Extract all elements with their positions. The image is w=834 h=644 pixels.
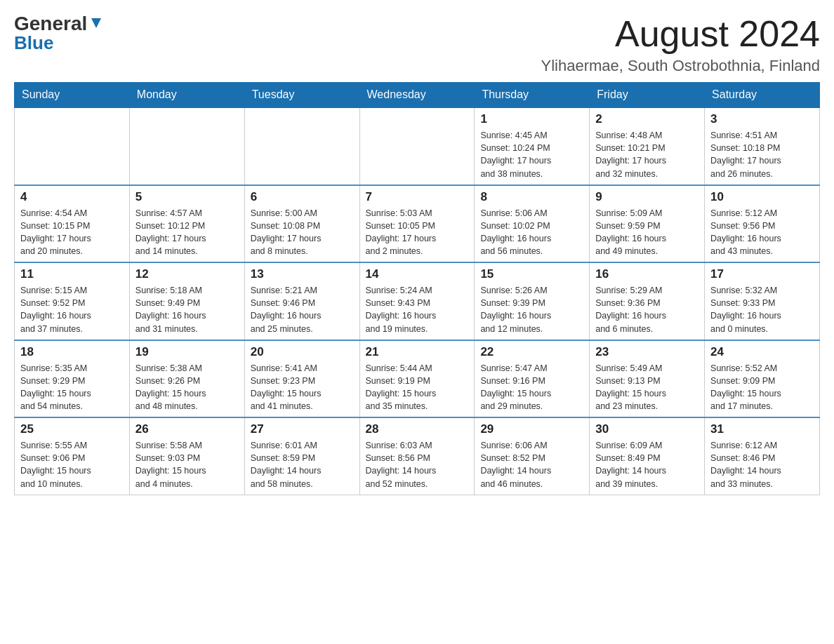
- day-info: Sunrise: 4:54 AM Sunset: 10:15 PM Daylig…: [20, 207, 124, 258]
- calendar-cell: 16Sunrise: 5:29 AM Sunset: 9:36 PM Dayli…: [590, 262, 705, 340]
- day-number: 2: [595, 112, 699, 126]
- calendar-cell: 9Sunrise: 5:09 AM Sunset: 9:59 PM Daylig…: [590, 185, 705, 263]
- calendar-cell: 8Sunrise: 5:06 AM Sunset: 10:02 PM Dayli…: [475, 185, 590, 263]
- day-info: Sunrise: 5:12 AM Sunset: 9:56 PM Dayligh…: [710, 207, 814, 258]
- calendar-cell: 28Sunrise: 6:03 AM Sunset: 8:56 PM Dayli…: [359, 417, 475, 495]
- day-header-friday: Friday: [590, 83, 705, 108]
- day-header-wednesday: Wednesday: [359, 83, 475, 108]
- day-info: Sunrise: 5:29 AM Sunset: 9:36 PM Dayligh…: [595, 284, 699, 335]
- day-number: 22: [480, 345, 583, 359]
- day-info: Sunrise: 5:24 AM Sunset: 9:43 PM Dayligh…: [366, 284, 469, 335]
- day-number: 1: [480, 112, 583, 126]
- calendar-cell: 27Sunrise: 6:01 AM Sunset: 8:59 PM Dayli…: [244, 417, 359, 495]
- day-info: Sunrise: 5:55 AM Sunset: 9:06 PM Dayligh…: [20, 439, 124, 490]
- calendar-cell: 24Sunrise: 5:52 AM Sunset: 9:09 PM Dayli…: [705, 340, 820, 418]
- day-info: Sunrise: 6:01 AM Sunset: 8:59 PM Dayligh…: [251, 439, 354, 490]
- calendar-cell: 19Sunrise: 5:38 AM Sunset: 9:26 PM Dayli…: [129, 340, 244, 418]
- day-number: 30: [595, 422, 699, 436]
- day-number: 8: [480, 190, 583, 204]
- calendar-cell: 25Sunrise: 5:55 AM Sunset: 9:06 PM Dayli…: [15, 417, 130, 495]
- day-info: Sunrise: 5:58 AM Sunset: 9:03 PM Dayligh…: [135, 439, 239, 490]
- day-info: Sunrise: 6:12 AM Sunset: 8:46 PM Dayligh…: [710, 439, 814, 490]
- day-info: Sunrise: 5:38 AM Sunset: 9:26 PM Dayligh…: [135, 362, 239, 413]
- calendar-week-row: 18Sunrise: 5:35 AM Sunset: 9:29 PM Dayli…: [15, 340, 820, 418]
- day-header-sunday: Sunday: [15, 83, 130, 108]
- day-info: Sunrise: 4:51 AM Sunset: 10:18 PM Daylig…: [710, 129, 814, 180]
- day-number: 24: [710, 345, 814, 359]
- day-info: Sunrise: 5:03 AM Sunset: 10:05 PM Daylig…: [366, 207, 469, 258]
- day-info: Sunrise: 6:06 AM Sunset: 8:52 PM Dayligh…: [480, 439, 583, 490]
- day-info: Sunrise: 4:45 AM Sunset: 10:24 PM Daylig…: [480, 129, 583, 180]
- logo-triangle-icon: [88, 15, 104, 31]
- day-number: 5: [135, 190, 239, 204]
- calendar-cell: 3Sunrise: 4:51 AM Sunset: 10:18 PM Dayli…: [705, 107, 820, 185]
- calendar-cell: 11Sunrise: 5:15 AM Sunset: 9:52 PM Dayli…: [15, 262, 130, 340]
- day-info: Sunrise: 5:52 AM Sunset: 9:09 PM Dayligh…: [710, 362, 814, 413]
- logo-general: General: [14, 14, 87, 34]
- day-info: Sunrise: 5:32 AM Sunset: 9:33 PM Dayligh…: [710, 284, 814, 335]
- calendar-week-row: 25Sunrise: 5:55 AM Sunset: 9:06 PM Dayli…: [15, 417, 820, 495]
- day-number: 6: [251, 190, 354, 204]
- calendar-cell: 17Sunrise: 5:32 AM Sunset: 9:33 PM Dayli…: [705, 262, 820, 340]
- calendar-cell: [244, 107, 359, 185]
- day-number: 20: [251, 345, 354, 359]
- day-number: 3: [710, 112, 814, 126]
- calendar: SundayMondayTuesdayWednesdayThursdayFrid…: [14, 82, 820, 495]
- calendar-cell: 31Sunrise: 6:12 AM Sunset: 8:46 PM Dayli…: [705, 417, 820, 495]
- day-number: 29: [480, 422, 583, 436]
- header: General Blue August 2024 Ylihaermae, Sou…: [14, 14, 820, 75]
- calendar-cell: 5Sunrise: 4:57 AM Sunset: 10:12 PM Dayli…: [129, 185, 244, 263]
- calendar-cell: 10Sunrise: 5:12 AM Sunset: 9:56 PM Dayli…: [705, 185, 820, 263]
- calendar-cell: 2Sunrise: 4:48 AM Sunset: 10:21 PM Dayli…: [590, 107, 705, 185]
- day-info: Sunrise: 5:41 AM Sunset: 9:23 PM Dayligh…: [251, 362, 354, 413]
- calendar-cell: 18Sunrise: 5:35 AM Sunset: 9:29 PM Dayli…: [15, 340, 130, 418]
- calendar-cell: 29Sunrise: 6:06 AM Sunset: 8:52 PM Dayli…: [475, 417, 590, 495]
- calendar-cell: 14Sunrise: 5:24 AM Sunset: 9:43 PM Dayli…: [359, 262, 475, 340]
- calendar-cell: 26Sunrise: 5:58 AM Sunset: 9:03 PM Dayli…: [129, 417, 244, 495]
- day-info: Sunrise: 5:44 AM Sunset: 9:19 PM Dayligh…: [366, 362, 469, 413]
- day-number: 23: [595, 345, 699, 359]
- calendar-week-row: 4Sunrise: 4:54 AM Sunset: 10:15 PM Dayli…: [15, 185, 820, 263]
- day-number: 18: [20, 345, 124, 359]
- day-number: 31: [710, 422, 814, 436]
- day-info: Sunrise: 5:06 AM Sunset: 10:02 PM Daylig…: [480, 207, 583, 258]
- day-number: 25: [20, 422, 124, 436]
- calendar-cell: 7Sunrise: 5:03 AM Sunset: 10:05 PM Dayli…: [359, 185, 475, 263]
- day-info: Sunrise: 5:00 AM Sunset: 10:08 PM Daylig…: [251, 207, 354, 258]
- day-info: Sunrise: 5:35 AM Sunset: 9:29 PM Dayligh…: [20, 362, 124, 413]
- calendar-week-row: 1Sunrise: 4:45 AM Sunset: 10:24 PM Dayli…: [15, 107, 820, 185]
- day-number: 21: [366, 345, 469, 359]
- calendar-cell: 21Sunrise: 5:44 AM Sunset: 9:19 PM Dayli…: [359, 340, 475, 418]
- day-info: Sunrise: 5:47 AM Sunset: 9:16 PM Dayligh…: [480, 362, 583, 413]
- calendar-cell: 20Sunrise: 5:41 AM Sunset: 9:23 PM Dayli…: [244, 340, 359, 418]
- calendar-cell: [359, 107, 475, 185]
- day-info: Sunrise: 6:03 AM Sunset: 8:56 PM Dayligh…: [366, 439, 469, 490]
- svg-marker-0: [91, 18, 101, 28]
- calendar-cell: 6Sunrise: 5:00 AM Sunset: 10:08 PM Dayli…: [244, 185, 359, 263]
- calendar-week-row: 11Sunrise: 5:15 AM Sunset: 9:52 PM Dayli…: [15, 262, 820, 340]
- day-number: 9: [595, 190, 699, 204]
- day-number: 28: [366, 422, 469, 436]
- day-info: Sunrise: 5:26 AM Sunset: 9:39 PM Dayligh…: [480, 284, 583, 335]
- day-number: 17: [710, 267, 814, 281]
- logo-blue: Blue: [14, 32, 53, 54]
- day-info: Sunrise: 4:48 AM Sunset: 10:21 PM Daylig…: [595, 129, 699, 180]
- day-info: Sunrise: 4:57 AM Sunset: 10:12 PM Daylig…: [135, 207, 239, 258]
- calendar-cell: [129, 107, 244, 185]
- calendar-header-row: SundayMondayTuesdayWednesdayThursdayFrid…: [15, 83, 820, 108]
- day-number: 26: [135, 422, 239, 436]
- logo: General Blue: [14, 14, 104, 54]
- day-header-thursday: Thursday: [475, 83, 590, 108]
- day-header-tuesday: Tuesday: [244, 83, 359, 108]
- day-info: Sunrise: 5:09 AM Sunset: 9:59 PM Dayligh…: [595, 207, 699, 258]
- calendar-cell: 13Sunrise: 5:21 AM Sunset: 9:46 PM Dayli…: [244, 262, 359, 340]
- calendar-cell: 1Sunrise: 4:45 AM Sunset: 10:24 PM Dayli…: [475, 107, 590, 185]
- day-header-saturday: Saturday: [705, 83, 820, 108]
- day-info: Sunrise: 5:49 AM Sunset: 9:13 PM Dayligh…: [595, 362, 699, 413]
- title-area: August 2024 Ylihaermae, South Ostrobothn…: [541, 14, 820, 75]
- calendar-cell: 22Sunrise: 5:47 AM Sunset: 9:16 PM Dayli…: [475, 340, 590, 418]
- calendar-cell: [15, 107, 130, 185]
- day-number: 12: [135, 267, 239, 281]
- day-info: Sunrise: 5:15 AM Sunset: 9:52 PM Dayligh…: [20, 284, 124, 335]
- day-header-monday: Monday: [129, 83, 244, 108]
